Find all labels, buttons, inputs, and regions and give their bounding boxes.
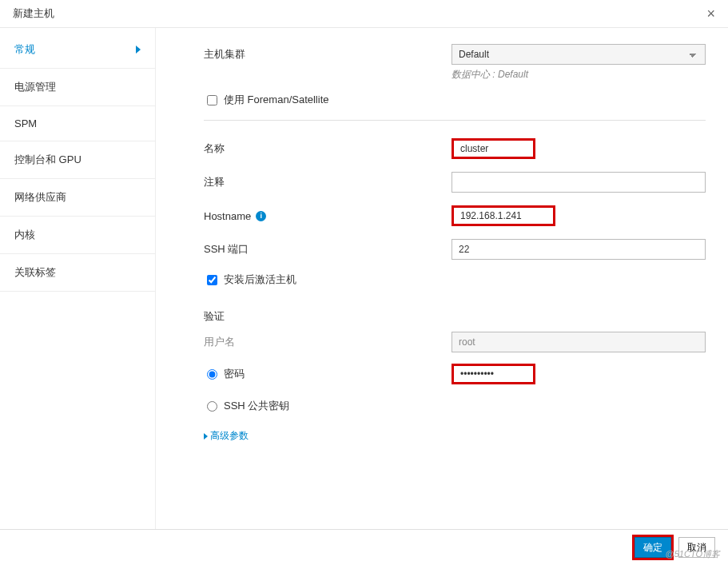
row-sshkey: SSH 公共密钥 bbox=[204, 396, 706, 416]
sidebar-item-label: SPM bbox=[14, 117, 37, 129]
comment-input[interactable] bbox=[452, 172, 706, 193]
password-input[interactable] bbox=[452, 364, 535, 384]
username-label: 用户名 bbox=[204, 335, 452, 349]
sidebar-item-label: 关联标签 bbox=[14, 265, 56, 280]
info-icon[interactable]: i bbox=[256, 211, 266, 221]
sidebar-item-label: 常规 bbox=[14, 42, 35, 57]
sidebar-item-label: 网络供应商 bbox=[14, 190, 66, 205]
advanced-params-link[interactable]: 高级参数 bbox=[204, 429, 249, 443]
sshkey-radio-row: SSH 公共密钥 bbox=[204, 399, 452, 413]
sidebar-item-spm[interactable]: SPM bbox=[0, 106, 155, 141]
cluster-label: 主机集群 bbox=[204, 47, 452, 62]
modal-footer: 确定 取消 bbox=[0, 529, 728, 565]
name-input[interactable] bbox=[452, 138, 535, 159]
main-content: 主机集群 Default 数据中心 : Default 使用 Foreman/S… bbox=[156, 28, 728, 529]
close-icon[interactable]: × bbox=[706, 6, 715, 21]
sidebar-item-label: 控制台和 GPU bbox=[14, 153, 82, 167]
sidebar-item-network-provider[interactable]: 网络供应商 bbox=[0, 179, 155, 217]
row-foreman: 使用 Foreman/Satellite bbox=[204, 93, 706, 107]
row-cluster: 主机集群 Default bbox=[204, 44, 706, 65]
datacenter-hint: 数据中心 : Default bbox=[452, 68, 706, 82]
sidebar-item-kernel[interactable]: 内核 bbox=[0, 217, 155, 254]
password-label: 密码 bbox=[224, 367, 245, 381]
hostname-input[interactable] bbox=[452, 205, 555, 226]
username-input bbox=[452, 332, 706, 352]
modal-body: 常规 电源管理 SPM 控制台和 GPU 网络供应商 内核 关联标签 主机集群 … bbox=[0, 28, 728, 529]
sidebar-item-label: 电源管理 bbox=[14, 80, 56, 94]
activate-label: 安装后激活主机 bbox=[224, 273, 296, 287]
password-radio[interactable] bbox=[207, 369, 217, 380]
name-label: 名称 bbox=[204, 141, 452, 156]
comment-label: 注释 bbox=[204, 175, 452, 189]
row-username: 用户名 bbox=[204, 332, 706, 352]
sshport-label: SSH 端口 bbox=[204, 242, 452, 257]
cluster-select[interactable]: Default bbox=[452, 44, 706, 65]
watermark: @51CTO博客 bbox=[666, 548, 720, 560]
activate-checkbox[interactable] bbox=[207, 275, 217, 285]
sidebar-item-general[interactable]: 常规 bbox=[0, 31, 155, 69]
password-radio-row: 密码 bbox=[204, 367, 452, 381]
arrow-right-icon bbox=[204, 433, 208, 440]
chevron-right-icon bbox=[136, 46, 141, 54]
divider bbox=[204, 120, 706, 121]
modal-header: 新建主机 × bbox=[0, 0, 728, 28]
sshport-input[interactable] bbox=[452, 239, 706, 260]
row-hostname: Hostname i bbox=[204, 205, 706, 226]
row-sshport: SSH 端口 bbox=[204, 239, 706, 260]
row-activate: 安装后激活主机 bbox=[204, 273, 706, 287]
foreman-checkbox[interactable] bbox=[207, 95, 217, 105]
sidebar-item-power[interactable]: 电源管理 bbox=[0, 69, 155, 106]
sidebar-item-label: 内核 bbox=[14, 228, 35, 242]
sidebar-item-tags[interactable]: 关联标签 bbox=[0, 254, 155, 292]
modal-title: 新建主机 bbox=[13, 6, 54, 21]
sshkey-radio[interactable] bbox=[207, 401, 217, 412]
sshkey-label: SSH 公共密钥 bbox=[224, 399, 289, 413]
auth-title: 验证 bbox=[204, 309, 706, 324]
sidebar: 常规 电源管理 SPM 控制台和 GPU 网络供应商 内核 关联标签 bbox=[0, 28, 156, 529]
auth-section: 验证 用户名 密码 bbox=[204, 309, 706, 443]
hostname-label: Hostname i bbox=[204, 210, 452, 222]
row-comment: 注释 bbox=[204, 172, 706, 193]
foreman-label: 使用 Foreman/Satellite bbox=[224, 93, 329, 107]
row-name: 名称 bbox=[204, 138, 706, 159]
row-password: 密码 bbox=[204, 364, 706, 384]
sidebar-item-console-gpu[interactable]: 控制台和 GPU bbox=[0, 141, 155, 179]
